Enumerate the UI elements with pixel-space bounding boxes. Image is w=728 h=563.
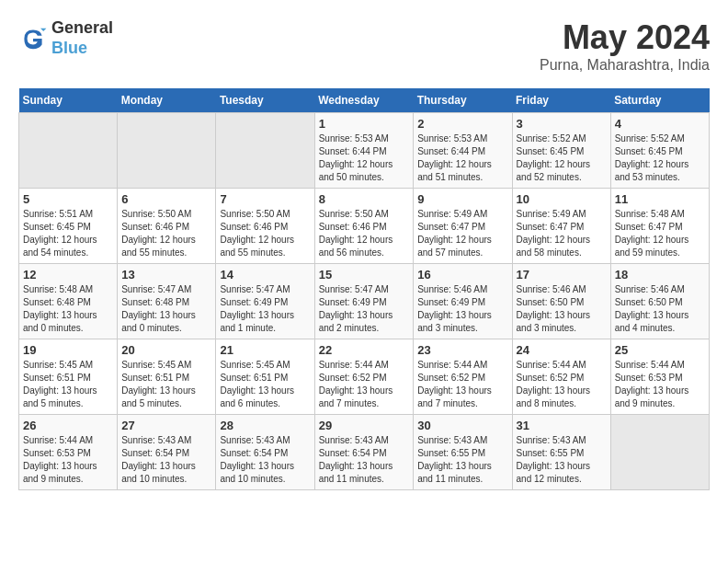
title-block: May 2024 Purna, Maharashtra, India <box>540 18 710 74</box>
calendar-cell <box>610 415 709 490</box>
calendar-cell: 2Sunrise: 5:53 AM Sunset: 6:44 PM Daylig… <box>414 113 512 189</box>
day-number: 15 <box>319 268 410 282</box>
day-number: 26 <box>23 419 113 432</box>
day-info: Sunrise: 5:44 AM Sunset: 6:52 PM Dayligh… <box>319 359 410 410</box>
day-info: Sunrise: 5:50 AM Sunset: 6:46 PM Dayligh… <box>121 208 211 259</box>
day-info: Sunrise: 5:50 AM Sunset: 6:46 PM Dayligh… <box>319 208 410 259</box>
day-number: 11 <box>615 192 705 206</box>
day-info: Sunrise: 5:45 AM Sunset: 6:51 PM Dayligh… <box>220 359 310 410</box>
calendar-cell: 28Sunrise: 5:43 AM Sunset: 6:54 PM Dayli… <box>216 415 314 490</box>
day-info: Sunrise: 5:43 AM Sunset: 6:55 PM Dayligh… <box>417 434 507 486</box>
calendar-cell: 9Sunrise: 5:49 AM Sunset: 6:47 PM Daylig… <box>414 189 512 264</box>
calendar-week-1: 1Sunrise: 5:53 AM Sunset: 6:44 PM Daylig… <box>19 113 710 189</box>
calendar-week-3: 12Sunrise: 5:48 AM Sunset: 6:48 PM Dayli… <box>19 264 710 339</box>
day-number: 25 <box>615 343 705 357</box>
calendar-cell: 20Sunrise: 5:45 AM Sunset: 6:51 PM Dayli… <box>118 339 216 415</box>
day-number: 19 <box>23 343 113 357</box>
calendar-cell: 3Sunrise: 5:52 AM Sunset: 6:45 PM Daylig… <box>512 113 610 189</box>
calendar-cell: 18Sunrise: 5:46 AM Sunset: 6:50 PM Dayli… <box>610 264 709 339</box>
day-number: 8 <box>319 192 410 206</box>
calendar-body: 1Sunrise: 5:53 AM Sunset: 6:44 PM Daylig… <box>19 113 710 490</box>
calendar-cell: 5Sunrise: 5:51 AM Sunset: 6:45 PM Daylig… <box>19 189 118 264</box>
day-info: Sunrise: 5:47 AM Sunset: 6:49 PM Dayligh… <box>220 283 310 335</box>
day-info: Sunrise: 5:46 AM Sunset: 6:50 PM Dayligh… <box>615 283 705 335</box>
calendar-cell: 13Sunrise: 5:47 AM Sunset: 6:48 PM Dayli… <box>118 264 216 339</box>
weekday-header-sunday: Sunday <box>19 88 118 113</box>
page-header: General Blue May 2024 Purna, Maharashtra… <box>18 18 710 74</box>
day-info: Sunrise: 5:51 AM Sunset: 6:45 PM Dayligh… <box>23 208 113 259</box>
calendar-cell: 21Sunrise: 5:45 AM Sunset: 6:51 PM Dayli… <box>216 339 314 415</box>
calendar-week-4: 19Sunrise: 5:45 AM Sunset: 6:51 PM Dayli… <box>19 339 710 415</box>
day-info: Sunrise: 5:43 AM Sunset: 6:54 PM Dayligh… <box>220 434 310 486</box>
day-info: Sunrise: 5:43 AM Sunset: 6:55 PM Dayligh… <box>517 434 607 486</box>
calendar-cell: 22Sunrise: 5:44 AM Sunset: 6:52 PM Dayli… <box>314 339 414 415</box>
day-number: 13 <box>121 268 211 282</box>
calendar-cell: 8Sunrise: 5:50 AM Sunset: 6:46 PM Daylig… <box>314 189 414 264</box>
day-info: Sunrise: 5:48 AM Sunset: 6:47 PM Dayligh… <box>615 208 705 259</box>
calendar-cell: 11Sunrise: 5:48 AM Sunset: 6:47 PM Dayli… <box>610 189 709 264</box>
day-info: Sunrise: 5:46 AM Sunset: 6:50 PM Dayligh… <box>517 283 607 335</box>
location: Purna, Maharashtra, India <box>540 57 710 74</box>
calendar-cell: 31Sunrise: 5:43 AM Sunset: 6:55 PM Dayli… <box>512 415 610 490</box>
day-info: Sunrise: 5:50 AM Sunset: 6:46 PM Dayligh… <box>220 208 310 259</box>
day-number: 4 <box>615 117 705 131</box>
day-info: Sunrise: 5:52 AM Sunset: 6:45 PM Dayligh… <box>517 132 607 184</box>
day-number: 14 <box>220 268 310 282</box>
day-number: 17 <box>517 268 607 282</box>
day-info: Sunrise: 5:46 AM Sunset: 6:49 PM Dayligh… <box>417 283 507 335</box>
day-number: 10 <box>517 192 607 206</box>
calendar-cell: 1Sunrise: 5:53 AM Sunset: 6:44 PM Daylig… <box>314 113 414 189</box>
calendar-cell: 26Sunrise: 5:44 AM Sunset: 6:53 PM Dayli… <box>19 415 118 490</box>
weekday-header-wednesday: Wednesday <box>314 88 414 113</box>
day-number: 9 <box>417 192 507 206</box>
day-info: Sunrise: 5:44 AM Sunset: 6:53 PM Dayligh… <box>615 359 705 410</box>
day-number: 31 <box>517 419 607 432</box>
day-number: 22 <box>319 343 410 357</box>
day-info: Sunrise: 5:53 AM Sunset: 6:44 PM Dayligh… <box>319 132 410 184</box>
logo-text: General Blue <box>51 18 113 58</box>
day-number: 3 <box>517 117 607 131</box>
day-info: Sunrise: 5:43 AM Sunset: 6:54 PM Dayligh… <box>319 434 410 486</box>
weekday-header-saturday: Saturday <box>610 88 709 113</box>
calendar-cell: 14Sunrise: 5:47 AM Sunset: 6:49 PM Dayli… <box>216 264 314 339</box>
calendar-cell: 30Sunrise: 5:43 AM Sunset: 6:55 PM Dayli… <box>414 415 512 490</box>
calendar-cell: 16Sunrise: 5:46 AM Sunset: 6:49 PM Dayli… <box>414 264 512 339</box>
day-number: 28 <box>220 419 310 432</box>
day-info: Sunrise: 5:45 AM Sunset: 6:51 PM Dayligh… <box>23 359 113 410</box>
calendar-cell <box>216 113 314 189</box>
calendar-header-row: SundayMondayTuesdayWednesdayThursdayFrid… <box>19 88 710 113</box>
calendar-cell: 23Sunrise: 5:44 AM Sunset: 6:52 PM Dayli… <box>414 339 512 415</box>
day-number: 6 <box>121 192 211 206</box>
day-number: 30 <box>417 419 507 432</box>
day-info: Sunrise: 5:44 AM Sunset: 6:52 PM Dayligh… <box>517 359 607 410</box>
calendar-cell: 7Sunrise: 5:50 AM Sunset: 6:46 PM Daylig… <box>216 189 314 264</box>
weekday-header-tuesday: Tuesday <box>216 88 314 113</box>
calendar-cell <box>118 113 216 189</box>
day-info: Sunrise: 5:43 AM Sunset: 6:54 PM Dayligh… <box>121 434 211 486</box>
calendar-cell: 27Sunrise: 5:43 AM Sunset: 6:54 PM Dayli… <box>118 415 216 490</box>
calendar-table: SundayMondayTuesdayWednesdayThursdayFrid… <box>18 88 710 490</box>
day-number: 16 <box>417 268 507 282</box>
day-number: 21 <box>220 343 310 357</box>
day-number: 20 <box>121 343 211 357</box>
day-number: 5 <box>23 192 113 206</box>
day-info: Sunrise: 5:44 AM Sunset: 6:52 PM Dayligh… <box>417 359 507 410</box>
day-info: Sunrise: 5:45 AM Sunset: 6:51 PM Dayligh… <box>121 359 211 410</box>
day-number: 7 <box>220 192 310 206</box>
calendar-cell: 25Sunrise: 5:44 AM Sunset: 6:53 PM Dayli… <box>610 339 709 415</box>
calendar-cell: 19Sunrise: 5:45 AM Sunset: 6:51 PM Dayli… <box>19 339 118 415</box>
day-info: Sunrise: 5:47 AM Sunset: 6:49 PM Dayligh… <box>319 283 410 335</box>
weekday-header-friday: Friday <box>512 88 610 113</box>
logo-icon <box>18 24 48 53</box>
calendar-week-2: 5Sunrise: 5:51 AM Sunset: 6:45 PM Daylig… <box>19 189 710 264</box>
day-info: Sunrise: 5:47 AM Sunset: 6:48 PM Dayligh… <box>121 283 211 335</box>
day-info: Sunrise: 5:52 AM Sunset: 6:45 PM Dayligh… <box>615 132 705 184</box>
calendar-cell <box>19 113 118 189</box>
calendar-cell: 24Sunrise: 5:44 AM Sunset: 6:52 PM Dayli… <box>512 339 610 415</box>
calendar-cell: 17Sunrise: 5:46 AM Sunset: 6:50 PM Dayli… <box>512 264 610 339</box>
day-number: 23 <box>417 343 507 357</box>
day-info: Sunrise: 5:48 AM Sunset: 6:48 PM Dayligh… <box>23 283 113 335</box>
day-info: Sunrise: 5:49 AM Sunset: 6:47 PM Dayligh… <box>417 208 507 259</box>
calendar-cell: 12Sunrise: 5:48 AM Sunset: 6:48 PM Dayli… <box>19 264 118 339</box>
day-info: Sunrise: 5:44 AM Sunset: 6:53 PM Dayligh… <box>23 434 113 486</box>
